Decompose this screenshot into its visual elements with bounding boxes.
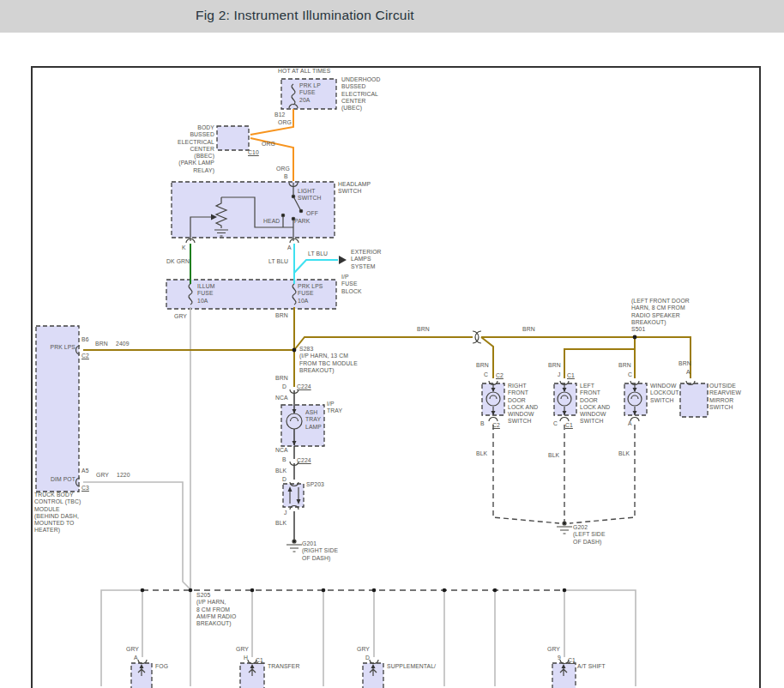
ubec-fuse-label: PRK LP FUSE 20A — [299, 82, 321, 104]
right-front-switch-name-label: RIGHT FRONT DOOR LOCK AND WINDOW SWITCH — [508, 383, 538, 425]
splice-dot — [322, 588, 326, 593]
splice-dot — [563, 588, 567, 593]
terminal-a-label: A — [134, 655, 138, 661]
fog-name-label: FOG — [155, 663, 168, 670]
ip-tray-name-label: I/P TRAY — [327, 401, 342, 415]
connector-c1-link[interactable]: C1 — [565, 422, 573, 429]
connector-c224-link[interactable]: C224 — [297, 457, 311, 464]
wire-gry-label: GRY — [357, 646, 370, 653]
wire-brn-label: BRN — [417, 326, 430, 333]
terminal-b6-label: B6 — [81, 336, 89, 343]
mirror-switch-name-label: OUTSIDE REARVIEW MIRROR SWITCH — [709, 383, 741, 411]
s283-splice-dot — [292, 348, 297, 353]
connector-c10-link[interactable]: C10 — [248, 149, 259, 156]
wire-blk-label: BLK — [618, 450, 630, 457]
terminal-d-label: D — [365, 655, 370, 661]
wire-gry-label: GRY — [96, 472, 109, 479]
terminal-rf-bot — [489, 418, 498, 422]
park-position-label: PARK — [294, 218, 310, 225]
exterior-lamps-arrow-icon — [339, 256, 347, 264]
bbec-box — [217, 126, 249, 150]
wire-brn-label: BRN — [522, 326, 535, 333]
contact-dot — [292, 195, 294, 197]
terminal-a — [290, 239, 299, 244]
terminal-b12-label: B12 — [274, 112, 285, 118]
splice-dot — [141, 588, 145, 593]
wire-gry-label: GRY — [236, 646, 249, 653]
connector-c1-link[interactable]: C1 — [568, 657, 576, 664]
ubec-name-label: UNDERHOOD BUSSED ELECTRICAL CENTER (UBEC… — [341, 76, 380, 112]
sp203-box — [283, 484, 304, 507]
circuit-1220-label: 1220 — [117, 472, 130, 479]
terminal-c-label: C — [484, 371, 488, 378]
terminal-d-label: D — [282, 476, 286, 483]
connector-c1-link[interactable]: C1 — [567, 372, 575, 379]
wire-gry-label: GRY — [126, 646, 139, 653]
terminal-a-label: A — [686, 369, 691, 376]
hot-at-all-times-label: HOT AT ALL TIMES — [278, 68, 330, 75]
wire-brn-label: BRN — [476, 362, 489, 369]
wire-nca-label: NCA — [275, 447, 288, 454]
g201-ground-label: G201 (RIGHT SIDE OF DASH) — [302, 540, 338, 562]
terminal-lf-bot — [560, 418, 569, 422]
terminal-a-label: A — [628, 420, 632, 427]
supplemental-name-label: SUPPLEMENTAL/ — [387, 663, 436, 670]
off-position-label: OFF — [306, 210, 318, 217]
window-lockout-name-label: WINDOW LOCKOUT SWITCH — [650, 383, 679, 404]
wire-brn-horiz-right — [481, 337, 691, 378]
terminal-j-label: J — [284, 510, 287, 516]
illum-fuse-label: ILLUM FUSE 10A — [197, 283, 215, 305]
terminal-a5-label: A5 — [81, 468, 89, 474]
terminal-h-label: H — [244, 655, 248, 661]
terminal-b-label: B — [480, 420, 485, 427]
tbc-dim-pot-pin-label: DIM POT — [36, 476, 75, 483]
connector-c2-link[interactable]: C2 — [81, 353, 89, 359]
ground-dashed-wires — [493, 425, 635, 523]
terminal-c-label: C — [553, 420, 558, 427]
head-position-label: HEAD — [263, 218, 280, 225]
connector-c3-link[interactable]: C3 — [81, 485, 89, 492]
wire-brn-label: BRN — [95, 341, 108, 347]
connector-c224-link[interactable]: C224 — [297, 383, 311, 390]
wire-gry-label: GRY — [174, 313, 187, 320]
wire-brn-label: BRN — [618, 362, 631, 369]
bbec-name-label: BODY BUSSED ELECTRICAL CENTER (BBEC) (PA… — [152, 124, 214, 174]
splice-dot — [372, 588, 377, 593]
wire-nca-label: NCA — [275, 395, 288, 401]
s501-splice-label: (LEFT FRONT DOOR HARN, 8 CM FROM RADIO S… — [631, 298, 690, 333]
terminal-d-label: D — [282, 383, 286, 390]
tbc-name-label: TRUCK BODY CONTROL (TBC) MODULE (BEHIND … — [34, 492, 81, 534]
terminal-b-label: B — [284, 173, 288, 180]
connector-c1-link[interactable]: C1 — [256, 657, 263, 664]
circuit-2409-label: 2409 — [116, 341, 130, 347]
light-switch-label: LIGHT SWITCH — [298, 188, 321, 202]
contact-dot-head — [281, 214, 284, 216]
wire-org-label: ORG — [276, 166, 290, 172]
exterior-lamps-label: EXTERIOR LAMPS SYSTEM — [351, 249, 382, 270]
s205-splice-dot — [189, 588, 193, 593]
prk-lps-fuse-label: PRK LPS FUSE 10A — [298, 283, 323, 305]
splice-dot — [443, 588, 447, 593]
g201-ground-icon — [286, 540, 302, 552]
ip-fuse-block-name-label: I/P FUSE BLOCK — [341, 274, 362, 295]
wire-blk-label: BLK — [275, 468, 286, 474]
splice-dot — [250, 588, 255, 593]
tbc-prk-lps-pin-label: PRK LPS — [39, 344, 75, 351]
wire-brn-label: BRN — [548, 362, 561, 369]
g202-bars — [557, 527, 572, 534]
connector-c2-link[interactable]: C2 — [492, 422, 500, 429]
wire-blk-right-front-gnd — [493, 425, 559, 523]
wire-ltblu-branch — [294, 260, 338, 273]
terminal-9-label: 9 — [558, 655, 561, 661]
terminal-c-label: C — [628, 371, 632, 378]
connector-c2-link[interactable]: C2 — [496, 372, 504, 379]
s501-splice-dot — [633, 335, 637, 340]
wire-brn-label: BRN — [275, 375, 288, 382]
ash-tray-lamp-label: ASH TRAY LAMP — [305, 409, 322, 431]
g202-ground-label: G202 (LEFT SIDE OF DASH) — [573, 524, 606, 546]
g202-dot — [563, 522, 566, 525]
mirror-switch-box — [680, 383, 708, 417]
left-front-switch-name-label: LEFT FRONT DOOR LOCK AND WINDOW SWITCH — [580, 383, 610, 425]
wire-blk-label: BLK — [275, 520, 286, 527]
g201-dot — [292, 540, 296, 543]
